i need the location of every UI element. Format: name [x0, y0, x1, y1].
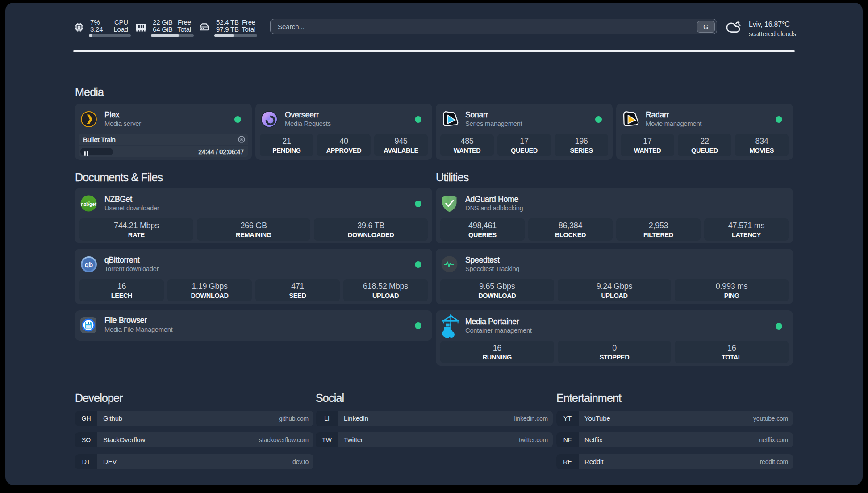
svg-text:nzbget: nzbget: [81, 201, 96, 207]
svg-text:qb: qb: [85, 261, 93, 268]
